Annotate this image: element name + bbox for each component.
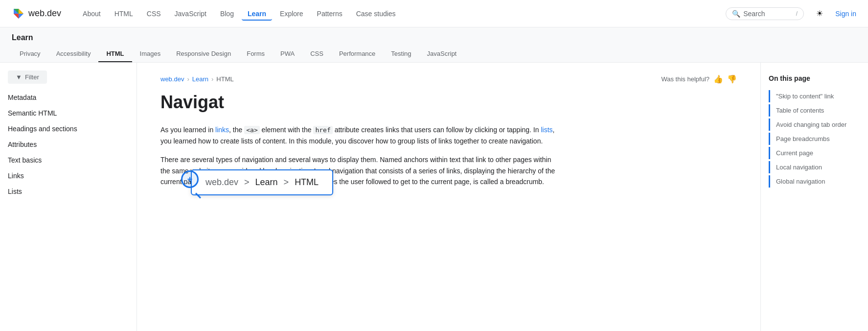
on-this-page-local-nav[interactable]: Local navigation [769, 161, 860, 173]
breadcrumb-popup: web.dev > Learn > HTML [191, 169, 333, 195]
popup-webdev: web.dev [206, 177, 238, 188]
sidebar-item-attributes[interactable]: Attributes [0, 137, 137, 152]
theme-toggle-button[interactable]: ☀ [812, 6, 827, 22]
sidebar-item-headings-sections[interactable]: Headings and sections [0, 121, 137, 137]
logo[interactable]: web.dev [12, 7, 61, 21]
lists-link[interactable]: lists [541, 126, 552, 134]
tab-accessibility[interactable]: Accessibility [48, 46, 99, 62]
logo-text: web.dev [28, 8, 61, 19]
helpful-section: Was this helpful? 👍 👎 [661, 74, 737, 84]
breadcrumb-row: web.dev › Learn › HTML Was this helpful?… [160, 74, 737, 84]
tab-javascript[interactable]: JavaScript [419, 46, 465, 62]
zoom-circle: + [181, 170, 199, 188]
sidebar: ▼ Filter Metadata Semantic HTML Headings… [0, 63, 137, 331]
filter-button[interactable]: ▼ Filter [8, 71, 47, 84]
tab-performance[interactable]: Performance [331, 46, 383, 62]
top-nav: web.dev About HTML CSS JavaScript Blog L… [0, 0, 868, 27]
popup-learn: Learn [255, 177, 278, 188]
section-header: Learn Privacy Accessibility HTML Images … [0, 27, 868, 63]
on-this-page-breadcrumbs[interactable]: Page breadcrumbs [769, 133, 860, 145]
on-this-page-global-nav[interactable]: Global navigation [769, 175, 860, 188]
tab-testing[interactable]: Testing [383, 46, 419, 62]
main-layout: ▼ Filter Metadata Semantic HTML Headings… [0, 63, 868, 331]
tab-html[interactable]: HTML [98, 46, 132, 62]
nav-html[interactable]: HTML [109, 7, 139, 21]
nav-about[interactable]: About [77, 7, 107, 21]
right-sidebar: On this page "Skip to content" link Tabl… [760, 63, 868, 331]
filter-icon: ▼ [16, 73, 22, 81]
tab-forms[interactable]: Forms [239, 46, 273, 62]
svg-marker-2 [19, 9, 23, 14]
body-paragraph-1: As you learned in links, the <a> element… [160, 124, 562, 146]
helpful-down-button[interactable]: 👎 [727, 74, 737, 84]
nav-css[interactable]: CSS [141, 7, 167, 21]
nav-javascript[interactable]: JavaScript [169, 7, 212, 21]
nav-case-studies[interactable]: Case studies [350, 7, 402, 21]
filter-label: Filter [25, 73, 39, 81]
content-area: web.dev › Learn › HTML Was this helpful?… [137, 63, 760, 331]
breadcrumb-sep-2: › [211, 75, 213, 83]
breadcrumb-learn[interactable]: Learn [192, 75, 208, 83]
section-tabs: Privacy Accessibility HTML Images Respon… [12, 46, 856, 62]
popup-sep-1: > [244, 177, 250, 188]
logo-icon [12, 7, 25, 21]
tab-pwa[interactable]: PWA [273, 46, 302, 62]
on-this-page-skip-content[interactable]: "Skip to content" link [769, 90, 860, 102]
sidebar-item-text-basics[interactable]: Text basics [0, 152, 137, 168]
search-box[interactable]: 🔍 Search / [726, 7, 804, 20]
search-label: Search [743, 10, 765, 18]
search-shortcut: / [796, 10, 798, 17]
nav-patterns[interactable]: Patterns [311, 7, 348, 21]
top-nav-right: 🔍 Search / ☀ Sign in [726, 6, 856, 22]
sidebar-item-lists[interactable]: Lists [0, 184, 137, 199]
sidebar-item-semantic-html[interactable]: Semantic HTML [0, 105, 137, 121]
breadcrumb-webdev[interactable]: web.dev [160, 75, 184, 83]
zoom-magnifier: + [181, 170, 201, 190]
sidebar-item-links[interactable]: Links [0, 168, 137, 184]
breadcrumb-sep-1: › [187, 75, 189, 83]
nav-blog[interactable]: Blog [214, 7, 240, 21]
tab-images[interactable]: Images [132, 46, 169, 62]
on-this-page-toc[interactable]: Table of contents [769, 104, 860, 117]
tab-privacy[interactable]: Privacy [12, 46, 48, 62]
search-icon: 🔍 [732, 10, 740, 18]
breadcrumb-html: HTML [216, 75, 233, 83]
on-this-page-title: On this page [769, 74, 860, 82]
links-link[interactable]: links [215, 126, 229, 134]
zoom-plus-icon: + [187, 174, 193, 185]
page-title: Navigat [160, 92, 737, 113]
helpful-label: Was this helpful? [661, 75, 709, 83]
popup-html: HTML [295, 177, 319, 188]
top-nav-links: About HTML CSS JavaScript Blog Learn Exp… [77, 7, 726, 21]
nav-learn[interactable]: Learn [242, 7, 272, 21]
on-this-page-avoid-tab-order[interactable]: Avoid changing tab order [769, 118, 860, 131]
nav-explore[interactable]: Explore [274, 7, 309, 21]
popup-sep-2: > [284, 177, 289, 188]
tab-css[interactable]: CSS [302, 46, 331, 62]
sign-in-button[interactable]: Sign in [835, 10, 856, 18]
helpful-up-button[interactable]: 👍 [713, 74, 723, 84]
tab-responsive-design[interactable]: Responsive Design [168, 46, 239, 62]
breadcrumb: web.dev › Learn › HTML [160, 75, 234, 83]
on-this-page-current-page[interactable]: Current page [769, 147, 860, 159]
sidebar-item-metadata[interactable]: Metadata [0, 90, 137, 105]
section-title: Learn [12, 33, 856, 46]
svg-marker-3 [14, 14, 19, 19]
